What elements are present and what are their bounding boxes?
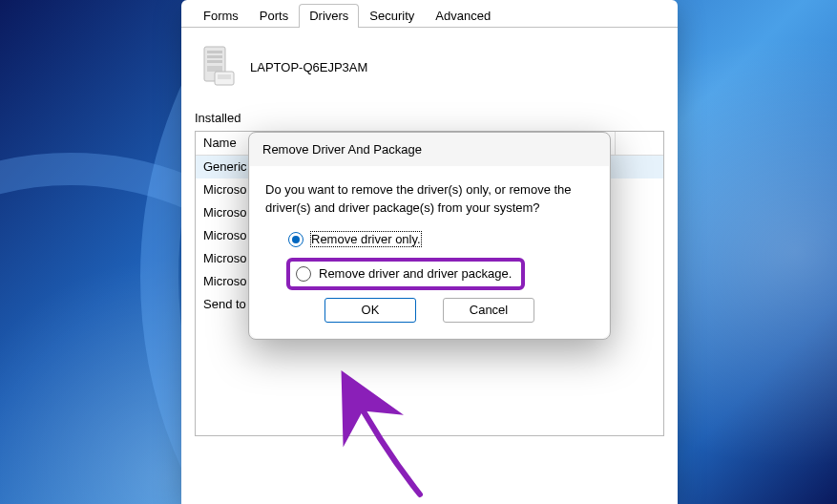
radio-icon xyxy=(288,232,303,247)
cancel-button[interactable]: Cancel xyxy=(443,298,534,323)
server-name: LAPTOP-Q6EJP3AM xyxy=(250,60,367,74)
dialog-message: Do you want to remove the driver(s) only… xyxy=(265,181,594,218)
radio-group: Remove driver only. Remove driver and dr… xyxy=(265,231,594,290)
radio-icon xyxy=(296,266,311,282)
svg-rect-1 xyxy=(207,51,222,53)
svg-rect-4 xyxy=(207,66,222,72)
radio-driver-only[interactable]: Remove driver only. xyxy=(286,231,594,248)
svg-rect-6 xyxy=(218,74,231,79)
tab-security[interactable]: Security xyxy=(359,4,425,28)
tab-ports[interactable]: Ports xyxy=(249,4,299,28)
ok-button[interactable]: OK xyxy=(324,298,416,323)
radio-driver-and-package[interactable]: Remove driver and driver package. xyxy=(294,265,513,283)
radio-label-driver-and-package: Remove driver and driver package. xyxy=(319,266,512,281)
tabstrip: Forms Ports Drivers Security Advanced xyxy=(181,0,678,27)
server-header: LAPTOP-Q6EJP3AM xyxy=(195,39,664,103)
svg-rect-2 xyxy=(207,55,222,58)
installed-label: Installed xyxy=(195,103,664,131)
svg-rect-3 xyxy=(207,60,222,63)
dialog-title: Remove Driver And Package xyxy=(249,133,610,162)
tab-forms[interactable]: Forms xyxy=(193,4,249,28)
tab-advanced[interactable]: Advanced xyxy=(425,4,501,28)
dialog-body: Do you want to remove the driver(s) only… xyxy=(250,166,609,338)
radio-label-driver-only: Remove driver only. xyxy=(311,232,421,246)
tab-drivers[interactable]: Drivers xyxy=(299,4,359,28)
remove-driver-dialog: Remove Driver And Package Do you want to… xyxy=(248,132,611,340)
print-server-icon xyxy=(199,45,237,90)
annotation-highlight: Remove driver and driver package. xyxy=(286,258,525,290)
dialog-buttons: OK Cancel xyxy=(265,298,594,323)
